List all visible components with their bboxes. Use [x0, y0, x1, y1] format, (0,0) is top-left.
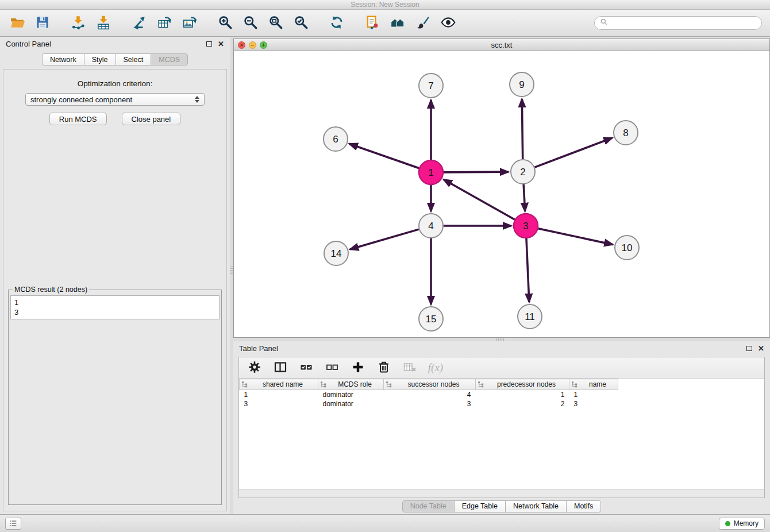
add-column-button[interactable] [350, 360, 366, 376]
export-image-button[interactable] [180, 14, 199, 32]
toggle-panel-button[interactable] [272, 360, 288, 376]
graph-node-14[interactable]: 14 [324, 241, 348, 265]
table-float-icon[interactable] [746, 346, 752, 351]
control-tab-style[interactable]: Style [84, 53, 116, 65]
column-header-successor-nodes[interactable]: successor nodes [384, 379, 476, 390]
show-graphics-details-button[interactable] [439, 14, 457, 32]
graph-node-4[interactable]: 4 [419, 214, 443, 238]
toolbar-group [328, 14, 346, 32]
graph-node-10[interactable]: 10 [615, 236, 639, 260]
edge-4-14[interactable] [350, 229, 419, 249]
status-bar: Memory [0, 514, 770, 532]
column-header-predecessor-nodes[interactable]: predecessor nodes [476, 379, 569, 390]
control-tab-network[interactable]: Network [42, 53, 84, 65]
table-cell: 3 [240, 399, 318, 408]
zoom-out-button[interactable] [241, 14, 260, 32]
edge-2-3[interactable] [523, 184, 525, 211]
toolbar-group [8, 14, 52, 32]
close-panel-icon[interactable] [218, 41, 224, 47]
edge-1-2[interactable] [444, 172, 509, 172]
box-pair-icon [325, 360, 339, 376]
table-row[interactable]: 3dominator323 [240, 399, 618, 408]
save-session-button[interactable] [33, 14, 52, 32]
import-network-icon [71, 15, 86, 32]
control-tab-select[interactable]: Select [116, 53, 152, 65]
new-network-button[interactable] [130, 14, 148, 32]
table-tab-node-table[interactable]: Node Table [402, 500, 455, 512]
select-all-rows-button[interactable] [298, 360, 314, 376]
table-panel: Table Panel f(x) shared nameMCDS rolesuc… [233, 341, 770, 514]
task-history-button[interactable] [5, 518, 21, 530]
search-box[interactable] [594, 16, 762, 30]
graph-node-15[interactable]: 15 [419, 307, 443, 331]
network-window-titlebar[interactable]: scc.txt [234, 39, 769, 51]
table-tab-motifs[interactable]: Motifs [566, 500, 601, 512]
table-cell: dominator [318, 390, 384, 399]
home-view-button[interactable] [388, 14, 407, 32]
edge-2-9[interactable] [522, 99, 522, 159]
node-label: 6 [333, 134, 338, 145]
table-settings-button[interactable] [247, 360, 263, 376]
edge-1-6[interactable] [349, 144, 419, 168]
table-hscrollbar[interactable] [239, 489, 764, 498]
mcds-result-list[interactable]: 13 [10, 295, 220, 319]
graph-node-3[interactable]: 3 [514, 214, 538, 238]
table-tab-edge-table[interactable]: Edge Table [454, 500, 506, 512]
edge-3-11[interactable] [526, 238, 529, 302]
column-header-mcds-role[interactable]: MCDS role [318, 379, 384, 390]
open-recent-file-button[interactable] [363, 14, 382, 32]
node-label: 7 [428, 80, 433, 91]
graph-node-11[interactable]: 11 [518, 304, 542, 329]
graph-node-8[interactable]: 8 [614, 121, 638, 145]
table-row[interactable]: 1dominator411 [240, 390, 618, 399]
control-tab-mcds[interactable]: MCDS [151, 53, 188, 65]
node-label: 11 [525, 311, 535, 322]
open-file-button[interactable] [8, 14, 26, 32]
float-panel-icon[interactable] [206, 41, 212, 47]
memory-button[interactable]: Memory [719, 518, 765, 530]
zoom-out-icon [243, 15, 258, 32]
horizontal-splitter[interactable] [233, 338, 770, 341]
edge-3-1[interactable] [444, 179, 515, 219]
window-close-icon[interactable] [238, 41, 245, 49]
column-header-label: predecessor nodes [497, 380, 556, 388]
criterion-dropdown[interactable]: strongly connected component [25, 93, 205, 106]
zoom-fit-button[interactable] [267, 14, 285, 32]
import-network-button[interactable] [69, 14, 87, 32]
table-close-icon[interactable] [758, 346, 764, 352]
edge-3-10[interactable] [538, 229, 613, 245]
table-cell: 3 [384, 399, 476, 408]
window-zoom-icon[interactable] [260, 41, 267, 49]
graph-node-9[interactable]: 9 [510, 72, 534, 97]
graph-node-1[interactable]: 1 [419, 160, 443, 184]
network-canvas[interactable]: 7968124314101511 [234, 51, 769, 337]
delete-column-button[interactable] [376, 360, 392, 376]
table-tab-network-table[interactable]: Network Table [505, 500, 567, 512]
deselect-all-rows-button[interactable] [324, 360, 340, 376]
refresh-layout-button[interactable] [328, 14, 346, 32]
window-minimize-icon[interactable] [249, 41, 256, 49]
zoom-selected-button[interactable] [292, 14, 310, 32]
run-mcds-button[interactable]: Run MCDS [49, 113, 107, 125]
style-brush-button[interactable] [414, 14, 432, 32]
vertical-splitter[interactable] [230, 37, 233, 514]
graph-node-2[interactable]: 2 [511, 160, 535, 184]
sort-icon [241, 381, 248, 390]
table-cell: 4 [384, 390, 476, 399]
column-header-shared-name[interactable]: shared name [240, 379, 318, 390]
column-header-name[interactable]: name [569, 379, 618, 390]
edge-2-8[interactable] [535, 138, 613, 167]
search-input[interactable] [611, 19, 756, 27]
sort-icon [478, 381, 484, 390]
close-panel-button[interactable]: Close panel [122, 113, 181, 125]
zoom-in-button[interactable] [216, 14, 234, 32]
import-table-button[interactable] [94, 14, 113, 32]
graph-node-6[interactable]: 6 [324, 127, 348, 151]
table-cell: 1 [476, 390, 569, 399]
brush-icon [415, 15, 430, 32]
graph-node-7[interactable]: 7 [419, 74, 443, 98]
network-table-button[interactable] [155, 14, 174, 32]
node-label: 15 [426, 314, 437, 325]
window-titlebar[interactable]: Session: New Session [0, 0, 770, 10]
mcds-result-title: MCDS result (2 nodes) [13, 286, 89, 294]
